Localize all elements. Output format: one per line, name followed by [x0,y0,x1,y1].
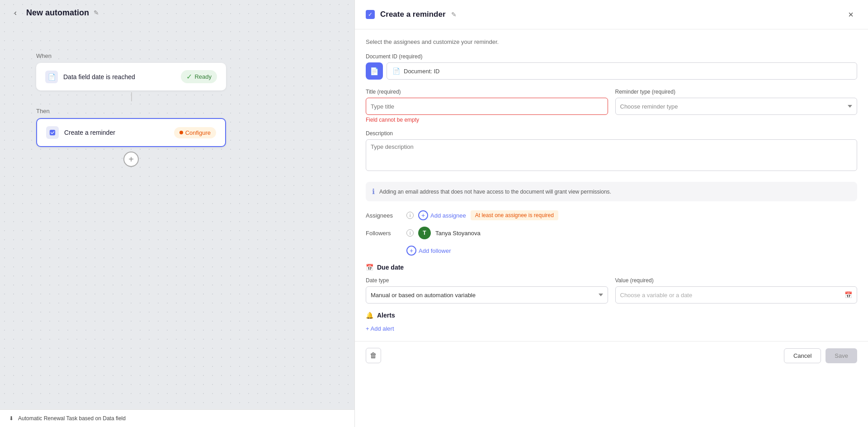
calendar-icon: 📅 [844,291,852,299]
date-type-row: Date type Manual or based on automation … [366,277,857,304]
document-id-value: Document: ID [404,68,439,75]
due-date-icon: 📅 [366,264,373,271]
description-label: Description [366,130,857,137]
alerts-section: 🔔 Alerts + Add alert [366,312,857,332]
connector [131,92,318,101]
then-label: Then [36,108,318,114]
ready-check-icon: ✓ [186,72,192,81]
title-remindertype-row: Title (required) Field cannot be empty R… [366,89,857,123]
close-button[interactable]: × [844,8,857,21]
config-panel: ✓ Create a reminder ✎ × Select the assig… [354,0,868,427]
save-button[interactable]: Save [826,348,857,363]
panel-subtitle: Select the assignees and customize your … [366,38,857,45]
info-banner: ℹ Adding an email address that does not … [366,182,857,201]
title-error-message: Field cannot be empty [366,117,608,123]
alerts-divider: 🔔 Alerts [366,312,857,319]
followers-label: Followers [366,230,402,237]
action-status-label: Configure [185,129,211,136]
assignees-info-icon[interactable]: i [406,212,414,219]
title-field-label: Title (required) [366,89,608,95]
date-type-col: Date type Manual or based on automation … [366,277,608,304]
assignees-label: Assignees [366,212,402,219]
close-icon: × [848,9,854,20]
due-date-label: Due date [377,264,404,271]
add-follower-plus-icon: + [406,246,416,256]
trigger-card[interactable]: 📄 Data field date is reached ✓ Ready [36,63,226,90]
add-assignee-label: Add assignee [430,212,466,219]
bottom-bar-text: Automatic Renewal Task based on Data fie… [18,415,126,422]
add-follower-button[interactable]: + Add follower [406,246,857,256]
add-alert-label: + Add alert [366,325,394,332]
action-card-title: Create a reminder [64,129,115,136]
document-inner-icon: 📄 [392,67,400,75]
panel-header: ✓ Create a reminder ✎ × [355,0,868,29]
trigger-status-badge: ✓ Ready [181,70,217,83]
action-card[interactable]: Create a reminder Configure [36,118,226,147]
title-field-col: Title (required) Field cannot be empty [366,89,608,123]
panel-checkbox[interactable]: ✓ [366,10,375,19]
alerts-bell-icon: 🔔 [366,312,373,319]
action-status-badge: Configure [174,127,216,138]
automation-canvas: ‹ New automation ✎ When 📄 Data field dat… [0,0,354,427]
footer-actions: Cancel Save [784,348,857,363]
action-card-icon [46,126,59,139]
info-banner-text: Adding an email address that does not ha… [379,189,611,195]
plus-circle-icon: + [418,210,428,220]
add-alert-button[interactable]: + Add alert [366,325,857,332]
trigger-card-icon: 📄 [45,71,58,83]
edit-title-icon[interactable]: ✎ [94,9,99,16]
checkbox-check-icon: ✓ [368,11,373,18]
trigger-card-title: Data field date is reached [63,73,135,81]
title-input[interactable] [366,98,608,115]
when-label: When [36,52,318,59]
date-type-select[interactable]: Manual or based on automation variable [366,286,608,304]
value-placeholder: Choose a variable or a date [620,292,693,299]
add-assignee-button[interactable]: + Add assignee [418,210,466,220]
panel-edit-icon[interactable]: ✎ [451,11,457,18]
back-button[interactable]: ‹ [9,6,22,19]
cancel-button[interactable]: Cancel [784,348,821,363]
description-textarea[interactable] [366,139,857,171]
alerts-label: Alerts [377,312,395,319]
delete-icon: 🗑 [370,351,377,360]
configure-dot-icon [179,131,183,134]
description-section: Description [366,130,857,173]
date-type-label: Date type [366,277,608,284]
reminder-type-col: Reminder type (required) Choose reminder… [615,89,858,123]
trigger-status-label: Ready [194,73,212,80]
document-id-field[interactable]: 📄 Document: ID [387,62,857,80]
panel-title: Create a reminder [380,10,446,19]
info-circle-icon: ℹ [372,187,375,196]
document-id-section: Document ID (required) 📄 📄 Document: ID [366,53,857,80]
due-date-divider: 📅 Due date [366,264,857,271]
followers-row: Followers i T Tanya Stoyanova [366,227,857,239]
svg-rect-0 [50,130,55,135]
reminder-type-select[interactable]: Choose reminder type [615,98,858,115]
document-id-icon-button[interactable]: 📄 [366,62,383,80]
followers-info-icon[interactable]: i [406,229,414,237]
bottom-bar-icon: ⬇ [9,415,14,422]
add-follower-label: Add follower [419,247,451,254]
page-title: New automation [26,8,89,18]
assignees-row: Assignees i + Add assignee At least one … [366,210,857,220]
reminder-type-label: Reminder type (required) [615,89,858,95]
value-field-col: Value (required) Choose a variable or a … [615,277,858,304]
value-field-label: Value (required) [615,277,858,284]
bottom-bar: ⬇ Automatic Renewal Task based on Data f… [0,409,354,427]
panel-footer: 🗑 Cancel Save [355,341,868,370]
value-date-field[interactable]: Choose a variable or a date 📅 [615,286,858,304]
document-blue-icon: 📄 [370,67,379,76]
follower-avatar: T [418,227,431,239]
delete-button[interactable]: 🗑 [366,348,381,363]
add-step-button[interactable]: + [123,152,139,167]
follower-name: Tanya Stoyanova [435,230,481,237]
follower-avatar-initials: T [423,230,426,236]
assignee-warning-badge: At least one assignee is required [471,210,558,220]
cancel-label: Cancel [793,352,811,359]
document-id-label: Document ID (required) [366,53,857,60]
save-label: Save [835,352,848,359]
